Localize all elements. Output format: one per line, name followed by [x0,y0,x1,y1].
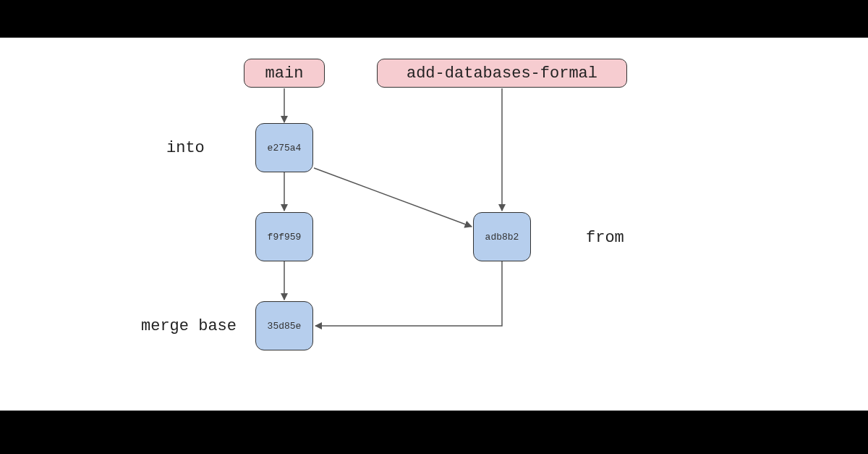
branch-feature: add-databases-formal [377,59,627,88]
label-merge-base: merge base [141,317,237,335]
edges-layer [0,38,868,411]
commit-c3: 35d85e [255,301,313,350]
commit-c2: f9f959 [255,212,313,261]
diagram-canvas: main add-databases-formal e275a4 f9f959 … [0,38,868,411]
branch-main: main [244,59,325,88]
commit-c1: e275a4 [255,123,313,172]
label-from: from [586,229,624,247]
label-into: into [166,139,205,157]
edge-c1-to-c4 [314,168,472,227]
edge-c4-to-c3 [315,261,502,326]
commit-c4: adb8b2 [473,212,531,261]
